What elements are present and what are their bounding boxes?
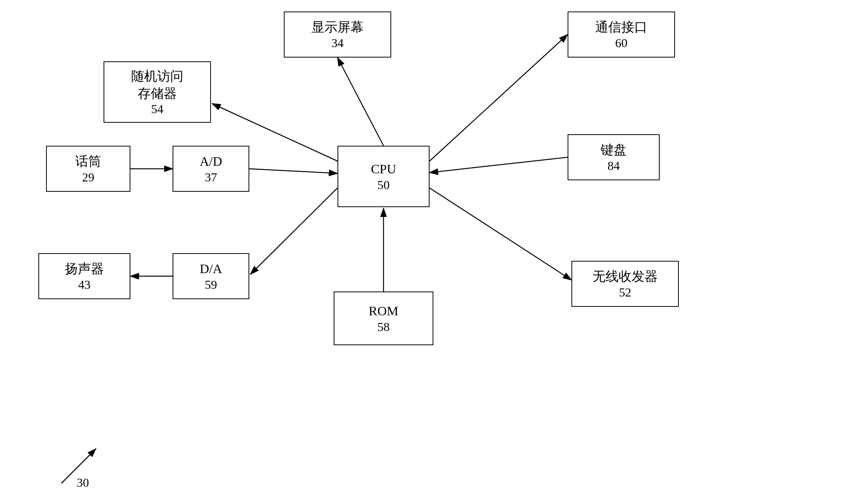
speaker-box: 扬声器 43	[38, 253, 130, 299]
ad-num: 37	[205, 170, 217, 184]
wireless-label: 无线收发器	[593, 268, 658, 285]
svg-line-5	[430, 157, 568, 173]
ad-label: A/D	[200, 153, 222, 170]
keyboard-num: 84	[607, 159, 620, 173]
wireless-box: 无线收发器 52	[571, 261, 679, 307]
da-label: D/A	[200, 260, 222, 277]
ram-num: 54	[151, 102, 163, 116]
keyboard-label: 键盘	[601, 142, 627, 158]
wireless-num: 52	[619, 285, 631, 300]
diagram: CPU 50 显示屏幕 34 随机访问 存储器 54 通信接口 60 键盘 84…	[0, 0, 861, 504]
svg-line-4	[430, 35, 568, 161]
ad-box: A/D 37	[173, 146, 249, 192]
svg-line-6	[430, 188, 571, 280]
comm-label: 通信接口	[595, 19, 647, 36]
speaker-num: 43	[78, 278, 91, 292]
rom-num: 58	[377, 320, 390, 334]
da-num: 59	[205, 278, 217, 292]
annotation-label: 30	[77, 476, 89, 490]
cpu-label: CPU	[371, 161, 396, 178]
svg-line-10	[250, 188, 337, 274]
mic-label: 话筒	[75, 153, 101, 170]
rom-box: ROM 58	[334, 292, 433, 345]
speaker-label: 扬声器	[65, 260, 104, 277]
keyboard-box: 键盘 84	[568, 134, 660, 180]
display-box: 显示屏幕 34	[284, 12, 391, 58]
cpu-num: 50	[377, 178, 390, 192]
ram-label: 随机访问 存储器	[131, 68, 183, 102]
ram-box: 随机访问 存储器 54	[104, 61, 211, 123]
display-num: 34	[331, 36, 344, 50]
cpu-box: CPU 50	[337, 146, 430, 207]
display-label: 显示屏幕	[311, 19, 364, 36]
rom-label: ROM	[369, 303, 398, 320]
da-box: D/A 59	[173, 253, 249, 299]
svg-line-8	[249, 169, 337, 173]
mic-num: 29	[82, 170, 94, 184]
mic-box: 话筒 29	[46, 146, 130, 192]
comm-num: 60	[615, 36, 627, 50]
svg-line-2	[337, 58, 384, 146]
comm-box: 通信接口 60	[568, 12, 675, 58]
